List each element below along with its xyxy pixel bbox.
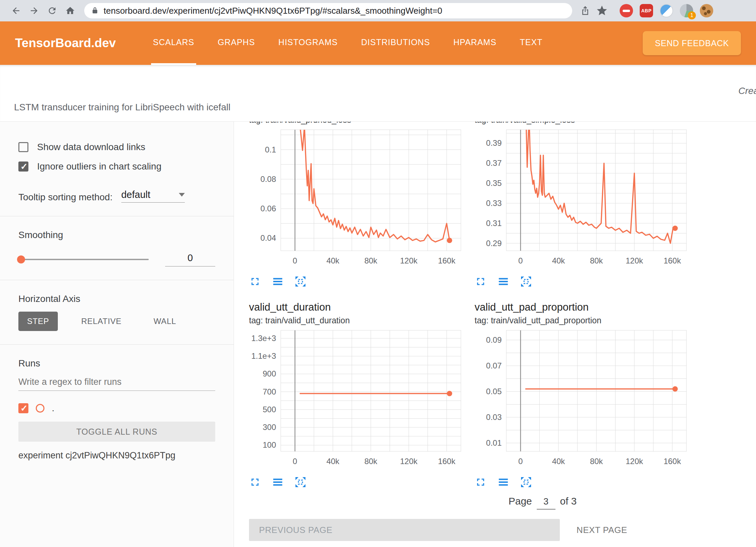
- next-page-button[interactable]: NEXT PAGE: [577, 525, 627, 535]
- svg-text:80k: 80k: [590, 256, 603, 265]
- svg-text:80k: 80k: [364, 457, 378, 466]
- adblock-icon[interactable]: [620, 4, 633, 17]
- chart-title: valid_utt_pad_proportion: [475, 301, 695, 314]
- abp-icon[interactable]: ABP: [640, 4, 653, 17]
- chart-card: valid_utt_duration tag: train/valid_utt_…: [249, 301, 470, 489]
- fullscreen-icon[interactable]: [475, 476, 487, 488]
- extension-blue-icon[interactable]: [660, 4, 673, 17]
- address-bar[interactable]: tensorboard.dev/experiment/cj2vtPiwQHKN9…: [84, 3, 572, 18]
- tooltip-sorting-dropdown[interactable]: default: [121, 189, 185, 203]
- pagination: Page 3 of 3: [289, 496, 756, 510]
- svg-text:80k: 80k: [590, 457, 603, 466]
- page-number-input[interactable]: 3: [537, 497, 555, 510]
- fit-domain-icon[interactable]: [294, 476, 306, 488]
- svg-text:0.01: 0.01: [486, 438, 502, 447]
- chart-title: valid_utt_duration: [249, 301, 470, 314]
- app-logo[interactable]: TensorBoard.dev: [15, 36, 116, 50]
- fit-domain-icon[interactable]: [520, 476, 532, 488]
- svg-text:40k: 40k: [327, 256, 340, 265]
- tooltip-sorting-label: Tooltip sorting method:: [18, 192, 113, 203]
- fit-domain-icon[interactable]: [294, 276, 306, 288]
- smoothing-slider-handle[interactable]: [17, 255, 25, 263]
- fit-domain-icon[interactable]: [520, 276, 532, 288]
- caret-down-icon: [179, 193, 185, 197]
- svg-text:0.04: 0.04: [260, 233, 276, 242]
- reload-icon[interactable]: [45, 3, 59, 18]
- extension-badge: 1: [688, 11, 696, 19]
- smoothing-slider[interactable]: [18, 259, 149, 260]
- svg-text:120k: 120k: [626, 256, 643, 265]
- lines-icon[interactable]: [272, 276, 284, 288]
- app-header: TensorBoard.dev SCALARSGRAPHSHISTOGRAMSD…: [0, 21, 756, 65]
- svg-text:0: 0: [518, 457, 523, 466]
- previous-page-button[interactable]: PREVIOUS PAGE: [249, 519, 560, 541]
- line-chart[interactable]: 0.290.310.330.350.370.39040k80k120k160k: [475, 128, 688, 272]
- tab-scalars[interactable]: SCALARS: [151, 21, 197, 65]
- tab-distributions[interactable]: DISTRIBUTIONS: [359, 21, 432, 65]
- subheader: Crea LSTM transducer training for LibriS…: [0, 65, 756, 122]
- send-feedback-button[interactable]: SEND FEEDBACK: [643, 31, 741, 55]
- chart-tag: tag: train/valid_pruned_loss: [249, 122, 470, 125]
- ignore-outliers-checkbox[interactable]: [18, 161, 28, 172]
- divider: [0, 280, 234, 280]
- tab-graphs[interactable]: GRAPHS: [216, 21, 257, 65]
- back-icon[interactable]: [9, 3, 23, 18]
- svg-text:40k: 40k: [552, 256, 565, 265]
- chart-row-bottom: valid_utt_duration tag: train/valid_utt_…: [249, 301, 756, 489]
- experiment-title: LSTM transducer training for LibriSpeech…: [14, 102, 230, 113]
- svg-text:120k: 120k: [400, 457, 418, 466]
- svg-text:0.05: 0.05: [486, 387, 502, 396]
- runs-filter-input[interactable]: [18, 374, 215, 391]
- lines-icon[interactable]: [497, 276, 509, 288]
- forward-icon[interactable]: [27, 3, 41, 18]
- axis-option-relative[interactable]: RELATIVE: [73, 312, 130, 331]
- fullscreen-icon[interactable]: [475, 276, 487, 288]
- svg-text:0.29: 0.29: [486, 239, 502, 248]
- run-checkbox[interactable]: [18, 403, 28, 413]
- run-row: .: [18, 403, 215, 414]
- svg-text:900: 900: [263, 369, 276, 378]
- svg-text:1.1e+3: 1.1e+3: [251, 351, 276, 360]
- extension-multicolor-icon[interactable]: 1: [680, 4, 693, 17]
- star-icon[interactable]: [597, 6, 607, 16]
- fullscreen-icon[interactable]: [249, 476, 261, 488]
- lines-icon[interactable]: [272, 476, 284, 488]
- horizontal-axis-label: Horizontal Axis: [18, 294, 215, 304]
- chart-card: valid_pruned_loss tag: train/valid_prune…: [249, 122, 470, 289]
- svg-text:160k: 160k: [438, 457, 456, 466]
- horizontal-axis-options: STEPRELATIVEWALL: [18, 312, 215, 331]
- axis-option-step[interactable]: STEP: [18, 312, 58, 331]
- toggle-all-runs-button[interactable]: TOGGLE ALL RUNS: [18, 422, 215, 442]
- tab-text[interactable]: TEXT: [518, 21, 544, 65]
- svg-text:160k: 160k: [663, 457, 681, 466]
- settings-sidebar: Show data download links Ignore outliers…: [0, 122, 234, 547]
- svg-text:0.33: 0.33: [486, 199, 502, 208]
- line-chart[interactable]: 0.010.030.050.070.09040k80k120k160k: [475, 328, 688, 473]
- chart-tag: tag: train/valid_utt_pad_proportion: [475, 315, 695, 326]
- run-color-circle[interactable]: [36, 404, 44, 413]
- cookie-icon[interactable]: [700, 4, 713, 17]
- line-chart[interactable]: 0.040.060.080.1040k80k120k160k: [249, 128, 463, 272]
- tab-histograms[interactable]: HISTOGRAMS: [276, 21, 340, 65]
- home-icon[interactable]: [63, 3, 78, 18]
- fullscreen-icon[interactable]: [249, 276, 261, 288]
- show-download-links-checkbox[interactable]: [18, 142, 28, 152]
- lock-icon: [91, 7, 99, 15]
- run-name: .: [52, 403, 54, 414]
- axis-option-wall[interactable]: WALL: [145, 312, 185, 331]
- lines-icon[interactable]: [497, 476, 509, 488]
- svg-text:0.1: 0.1: [265, 145, 276, 154]
- page-of-label: of 3: [560, 496, 577, 507]
- chart-card: valid_utt_pad_proportion tag: train/vali…: [475, 301, 695, 489]
- divider: [0, 216, 234, 216]
- tab-hparams[interactable]: HPARAMS: [452, 21, 499, 65]
- svg-text:160k: 160k: [438, 256, 456, 265]
- url-text[interactable]: tensorboard.dev/experiment/cj2vtPiwQHKN9…: [104, 6, 442, 16]
- line-chart[interactable]: 1003005007009001.1e+31.3e+3040k80k120k16…: [249, 328, 463, 473]
- svg-text:1.3e+3: 1.3e+3: [251, 334, 276, 343]
- share-icon[interactable]: [580, 6, 590, 16]
- tooltip-sorting-value: default: [121, 189, 150, 200]
- smoothing-value[interactable]: 0: [165, 252, 215, 266]
- svg-text:0: 0: [293, 457, 297, 466]
- svg-text:700: 700: [263, 387, 276, 396]
